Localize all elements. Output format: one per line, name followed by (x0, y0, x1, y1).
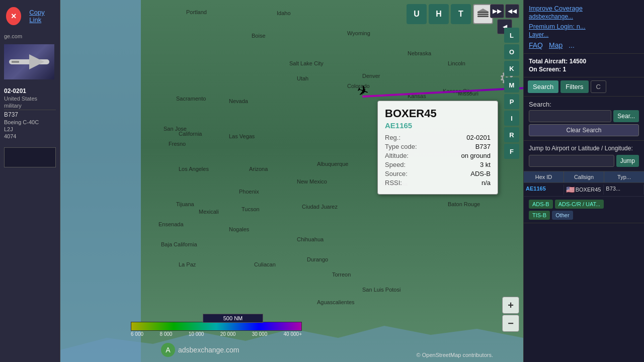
popup-typecode-value: B737 (475, 143, 491, 150)
search-label: Search: (529, 101, 639, 108)
letter-btn-p[interactable]: P (504, 94, 519, 109)
table-row[interactable]: AE1165 🇺🇸 BOXER45 B73... (524, 183, 644, 197)
jump-section: Jump to Airport or Latitude / Longitude:… (524, 141, 644, 171)
right-tab-row: Search Filters C (524, 77, 644, 97)
tab-filters[interactable]: Filters (560, 80, 588, 93)
jump-row: Jump (529, 155, 639, 167)
letter-btn-l[interactable]: L (504, 28, 519, 43)
letter-btn-m[interactable]: M (504, 77, 519, 93)
source-tis-b[interactable]: TIS-B (529, 211, 550, 220)
svg-rect-5 (477, 14, 489, 15)
sidebar-url: ge.com (0, 32, 60, 40)
map-link[interactable]: Map (549, 41, 562, 49)
premium-login-link[interactable]: Premium Login: n... (529, 22, 639, 31)
tab-search[interactable]: Search (528, 80, 558, 93)
source-ads-b[interactable]: ADS-B (529, 200, 553, 209)
popup-rssi-label: RSSI: (385, 179, 402, 187)
map-top-controls: U H T (407, 4, 493, 24)
result-callsign: 🇺🇸 BOXER45 (564, 185, 604, 195)
result-hex: AE1165 (524, 185, 564, 195)
popup-hexid: AE1165 (385, 121, 491, 130)
sidebar-info: 02-0201 United States military B737 Boei… (0, 83, 60, 143)
results-header: Hex ID Callsign Typ... (524, 171, 644, 183)
popup-source-value: ADS-B (470, 170, 491, 177)
source-other[interactable]: Other (552, 211, 573, 220)
jump-input[interactable] (529, 155, 614, 167)
letter-btn-k[interactable]: K (504, 61, 519, 76)
tab-other[interactable]: C (591, 80, 606, 93)
ocean-west (60, 0, 141, 362)
btn-h[interactable]: H (429, 4, 449, 24)
country: United States (4, 96, 56, 102)
popup-reg-label: Reg.: (385, 134, 400, 141)
improve-coverage-link[interactable]: Improve Coverage (529, 4, 639, 13)
close-button[interactable]: × (6, 7, 21, 25)
source-buttons-row2: TIS-B Other (529, 211, 639, 220)
popup-typecode-label: Type code: (385, 143, 417, 150)
search-go-button[interactable]: Sear... (613, 110, 639, 122)
nav-right-arrow[interactable]: ▶▶ (490, 4, 504, 18)
popup-typecode-row: Type code: B737 (385, 143, 491, 150)
faq-link[interactable]: FAQ (529, 41, 543, 49)
map-logo: A adsbexchange.com (161, 343, 239, 357)
popup-speed-label: Speed: (385, 161, 406, 168)
nav-left-arrow[interactable]: ◀◀ (505, 4, 519, 18)
popup-altitude-row: Altitude: on ground (385, 152, 491, 159)
letter-btn-o[interactable]: O (504, 44, 519, 59)
popup-source-label: Source: (385, 170, 408, 177)
letter-btn-f[interactable]: F (504, 144, 519, 159)
left-sidebar: × Copy Link ge.com 02-0201 United States… (0, 0, 60, 362)
zoom-controls: + − (502, 297, 519, 332)
total-aircraft-stat: Total Aircraft: 14500 (529, 58, 639, 65)
btn-u[interactable]: U (407, 4, 427, 24)
source-row: ADS-B ADS-C/R / UAT... TIS-B Other (524, 197, 644, 223)
popup-rssi-row: RSSI: n/a (385, 179, 491, 187)
scale-labels: 6 000 8 000 10 000 20 000 30 000 40 000+ (131, 331, 302, 337)
adsbexchange-link[interactable]: adsbexchange... (529, 13, 639, 20)
popup-speed-value: 3 kt (480, 161, 491, 168)
right-top-section: Improve Coverage adsbexchange... Premium… (524, 0, 644, 54)
aircraft-fullname: Boeing C-40C (4, 119, 56, 125)
popup-reg-row: Reg.: 02-0201 (385, 134, 491, 141)
search-row: Sear... (529, 110, 639, 122)
zoom-out-btn[interactable]: − (502, 315, 519, 332)
popup-source-row: Source: ADS-B (385, 170, 491, 177)
svg-rect-6 (477, 16, 489, 17)
jump-label: Jump to Airport or Latitude / Longitude: (529, 145, 639, 153)
callsign-text: BOXER45 (576, 187, 601, 193)
col-type[interactable]: Typ... (604, 171, 644, 183)
aircraft-image (4, 44, 54, 79)
right-stats: Total Aircraft: 14500 On Screen: 1 (524, 54, 644, 77)
copy-link[interactable]: Copy Link (25, 7, 58, 26)
flag-icon: 🇺🇸 (566, 186, 575, 194)
popup-rssi-value: n/a (481, 179, 491, 187)
popup-altitude-value: on ground (461, 152, 491, 159)
clear-search-button[interactable]: Clear Search (529, 124, 639, 136)
svg-rect-4 (477, 12, 489, 13)
modes-code: 4074 (4, 133, 56, 139)
category: military (4, 103, 56, 109)
layer-link[interactable]: Layer... (529, 31, 639, 38)
scale-label: 500 NM (203, 314, 263, 323)
col-hex-id[interactable]: Hex ID (524, 171, 564, 183)
logo-text: adsbexchange.com (178, 346, 239, 354)
result-type: B73... (604, 185, 644, 195)
scale-gradient (131, 322, 302, 331)
search-section: Search: Sear... Clear Search (524, 97, 644, 141)
sidebar-bottom-box (4, 147, 56, 167)
logo-icon: A (161, 343, 175, 357)
map-area[interactable]: PortlandBoiseIdahoWyomingNebraskaLincoln… (60, 0, 523, 362)
svg-rect-3 (12, 61, 19, 63)
extra-link[interactable]: ... (569, 41, 575, 49)
source-ads-c[interactable]: ADS-C/R / UAT... (555, 200, 604, 209)
popup-altitude-label: Altitude: (385, 152, 409, 159)
zoom-in-btn[interactable]: + (502, 297, 519, 314)
search-input[interactable] (529, 110, 611, 122)
letter-btn-i[interactable]: I (504, 111, 519, 126)
btn-t[interactable]: T (451, 4, 471, 24)
right-sidebar: Improve Coverage adsbexchange... Premium… (523, 0, 644, 362)
letter-btn-r[interactable]: R (504, 127, 519, 142)
on-screen-stat: On Screen: 1 (529, 66, 639, 73)
col-callsign[interactable]: Callsign (564, 171, 604, 183)
jump-button[interactable]: Jump (616, 155, 639, 167)
